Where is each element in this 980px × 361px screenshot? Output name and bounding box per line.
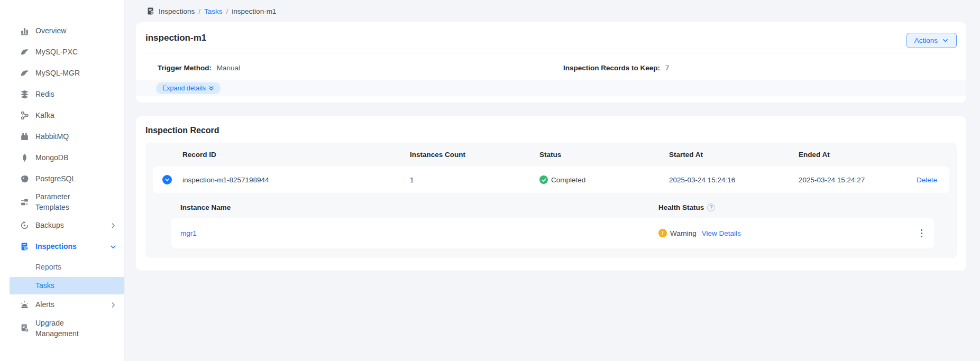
sidebar-item-parameter-templates[interactable]: Parameter Templates — [0, 189, 124, 215]
warning-icon: ! — [658, 229, 667, 237]
document-gear-icon — [20, 323, 29, 332]
sidebar-item-label: Upgrade Management — [35, 318, 100, 339]
delete-link[interactable]: Delete — [903, 176, 951, 184]
question-circle-icon[interactable]: ? — [707, 203, 715, 211]
section-title: Inspection Record — [145, 126, 957, 135]
sidebar-item-backups[interactable]: Backups — [0, 215, 124, 236]
kebab-menu-icon[interactable] — [909, 229, 934, 237]
sidebar-item-inspections[interactable]: Inspections — [0, 236, 124, 257]
mysql-dolphin-icon — [20, 48, 29, 57]
main-content: Inspections / Tasks / inspection-m1 Acti… — [125, 0, 980, 361]
record-id-cell: inspection-m1-8257198944 — [182, 176, 410, 184]
sidebar-item-label: PostgreSQL — [35, 173, 76, 184]
records-to-keep-field: Inspection Records to Keep: 7 — [551, 64, 957, 72]
expand-details-label: Expand details — [162, 85, 206, 92]
sidebar-item-redis[interactable]: Redis — [0, 84, 124, 105]
restore-icon — [20, 221, 29, 230]
trigger-method-label: Trigger Method: — [158, 64, 212, 72]
inspection-record-card: Inspection Record Record ID Instances Co… — [136, 116, 966, 271]
sidebar-item-overview[interactable]: Overview — [0, 20, 124, 41]
sidebar-item-mysql-mgr[interactable]: MySQL-MGR — [0, 62, 124, 84]
breadcrumb-inspections: Inspections — [159, 7, 195, 15]
sliders-icon — [20, 198, 29, 207]
column-record-id: Record ID — [182, 151, 410, 159]
actions-button[interactable]: Actions — [906, 33, 957, 48]
bar-chart-icon — [20, 26, 29, 35]
column-started-at: Started At — [669, 151, 799, 159]
column-instances-count: Instances Count — [410, 151, 539, 159]
task-detail-card: Actions inspection-m1 Trigger Method: Ma… — [136, 22, 966, 103]
sidebar-item-rabbitmq[interactable]: RabbitMQ — [0, 126, 124, 147]
ended-at-cell: 2025-03-24 15:24:27 — [799, 176, 903, 184]
breadcrumb-separator: / — [226, 7, 228, 15]
view-details-link[interactable]: View Details — [702, 229, 741, 237]
success-check-icon — [539, 175, 548, 184]
breadcrumb-current: inspection-m1 — [232, 7, 276, 15]
detail-row: Trigger Method: Manual Inspection Record… — [145, 64, 957, 72]
records-to-keep-label: Inspection Records to Keep: — [563, 64, 660, 72]
column-health-status: Health Status — [658, 203, 704, 211]
double-chevron-down-icon — [208, 86, 214, 91]
sidebar-item-label: Redis — [35, 89, 54, 99]
sidebar-item-kafka[interactable]: Kafka — [0, 105, 124, 126]
alarm-icon — [20, 300, 29, 309]
instance-subtable-header: Instance Name Health Status ? — [171, 193, 934, 218]
records-to-keep-value: 7 — [665, 64, 670, 72]
status-text: Completed — [551, 176, 585, 184]
divider — [145, 53, 957, 53]
health-status-cell: ! Warning View Details — [658, 229, 909, 237]
chevron-down-icon — [109, 243, 117, 251]
column-ended-at: Ended At — [799, 151, 903, 159]
sidebar-item-label: MySQL-PXC — [35, 47, 78, 57]
sidebar-item-label: MySQL-MGR — [35, 68, 80, 78]
chevron-right-icon — [109, 301, 117, 309]
sidebar-subitem-label: Tasks — [35, 281, 54, 290]
layers-icon — [20, 90, 29, 99]
actions-button-label: Actions — [914, 36, 938, 44]
sidebar: Overview MySQL-PXC MySQL-MGR Redis Kafka… — [0, 0, 125, 361]
mysql-dolphin-icon — [20, 69, 29, 78]
trigger-method-field: Trigger Method: Manual — [145, 64, 551, 72]
breadcrumb-tasks-link[interactable]: Tasks — [204, 7, 223, 15]
breadcrumb: Inspections / Tasks / inspection-m1 — [136, 0, 966, 22]
sidebar-subitem-reports[interactable]: Reports — [0, 258, 124, 276]
sidebar-item-upgrade-management[interactable]: Upgrade Management — [0, 316, 124, 341]
expand-details-button[interactable]: Expand details — [156, 82, 221, 94]
chevron-down-icon — [164, 177, 170, 183]
instance-row: mgr1 ! Warning View Details — [171, 218, 934, 248]
record-table-header: Record ID Instances Count Status Started… — [153, 143, 949, 166]
column-instance-name: Instance Name — [180, 203, 658, 211]
status-cell: Completed — [539, 175, 669, 184]
sidebar-item-label: Backups — [35, 220, 64, 230]
rabbitmq-icon — [20, 132, 29, 141]
trigger-method-value: Manual — [217, 64, 240, 72]
sidebar-item-label: RabbitMQ — [35, 131, 69, 142]
network-nodes-icon — [20, 111, 29, 120]
record-table-row: inspection-m1-8257198944 1 Completed 202… — [153, 166, 949, 193]
sidebar-item-mongodb[interactable]: MongoDB — [0, 147, 124, 168]
sidebar-subitem-tasks[interactable]: Tasks — [10, 277, 124, 294]
leaf-icon — [20, 153, 29, 162]
sidebar-item-alerts[interactable]: Alerts — [0, 294, 124, 316]
chevron-right-icon — [109, 222, 117, 229]
instance-subtable: Instance Name Health Status ? mgr1 ! War… — [171, 193, 934, 248]
instance-name-link[interactable]: mgr1 — [180, 229, 658, 237]
chevron-down-icon — [942, 37, 949, 44]
sidebar-item-label: Alerts — [35, 299, 54, 310]
sidebar-subitem-label: Reports — [35, 263, 61, 271]
collapse-row-toggle[interactable] — [162, 175, 172, 184]
sidebar-item-mysql-pxc[interactable]: MySQL-PXC — [0, 41, 124, 62]
record-table: Record ID Instances Count Status Started… — [145, 143, 957, 258]
sidebar-item-label: Kafka — [35, 110, 54, 121]
instances-count-cell: 1 — [410, 176, 539, 184]
sidebar-item-postgresql[interactable]: PostgreSQL — [0, 168, 124, 189]
inspection-document-icon — [146, 7, 155, 15]
sidebar-item-label: MongoDB — [35, 152, 68, 163]
sidebar-item-label: Overview — [35, 25, 66, 36]
column-status: Status — [539, 151, 669, 159]
sidebar-item-label: Parameter Templates — [35, 191, 100, 213]
breadcrumb-separator: / — [198, 7, 200, 15]
expand-details-strip: Expand details — [136, 80, 966, 96]
elephant-icon — [20, 174, 29, 183]
inspection-document-icon — [20, 242, 29, 251]
